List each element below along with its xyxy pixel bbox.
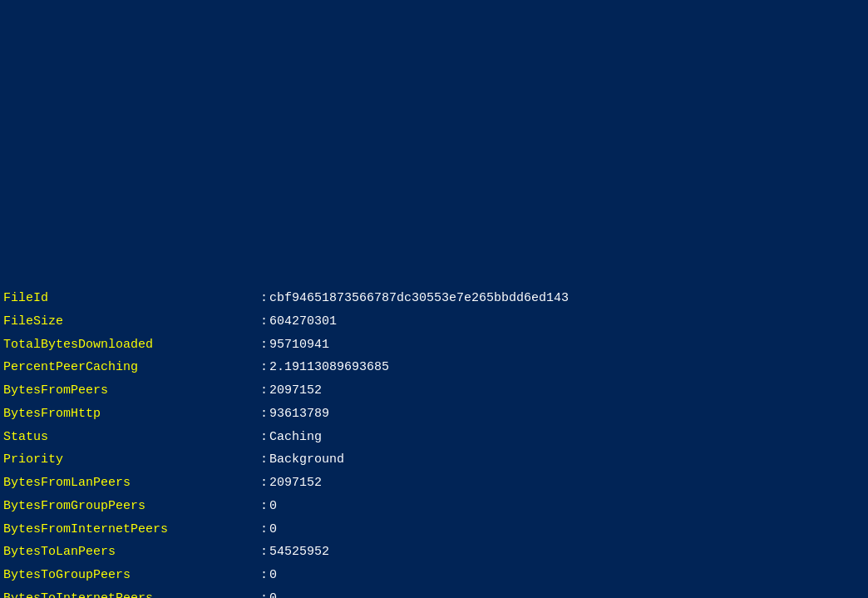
data-row: FileId : cbf94651873566787dc30553e7e265b… (3, 287, 868, 310)
row-value: 2097152 (269, 379, 322, 403)
row-sep: : (253, 495, 269, 518)
row-sep: : (253, 356, 269, 379)
data-row: BytesFromHttp : 93613789 (3, 403, 868, 426)
data-row: BytesToInternetPeers : 0 (3, 587, 868, 598)
row-key: Priority (3, 448, 253, 472)
row-key: FileSize (3, 310, 253, 334)
terminal-window: FileId : cbf94651873566787dc30553e7e265b… (3, 7, 868, 598)
row-value: Caching (269, 426, 322, 449)
row-key: BytesFromGroupPeers (3, 495, 253, 518)
row-key: BytesFromLanPeers (3, 472, 253, 495)
row-key: Status (3, 426, 253, 449)
data-row: TotalBytesDownloaded : 95710941 (3, 334, 868, 357)
data-row: PercentPeerCaching : 2.19113089693685 (3, 356, 868, 379)
data-row: FileSize : 604270301 (3, 310, 868, 334)
row-key: PercentPeerCaching (3, 356, 253, 379)
row-key: FileId (3, 287, 253, 310)
row-value: Background (269, 448, 344, 472)
row-sep: : (253, 564, 269, 587)
row-value: 95710941 (269, 334, 329, 357)
row-key: BytesToInternetPeers (3, 587, 253, 598)
row-sep: : (253, 448, 269, 472)
row-value: 2097152 (269, 472, 322, 495)
row-key: TotalBytesDownloaded (3, 334, 253, 357)
data-row: BytesFromPeers : 2097152 (3, 379, 868, 403)
row-sep: : (253, 403, 269, 426)
data-row: BytesFromInternetPeers : 0 (3, 518, 868, 541)
row-value: 0 (269, 518, 277, 541)
row-key: BytesToLanPeers (3, 541, 253, 564)
empty-line-1 (3, 218, 868, 241)
row-sep: : (253, 310, 269, 334)
row-key: BytesToGroupPeers (3, 564, 253, 587)
row-sep: : (253, 541, 269, 564)
data-row: Status : Caching (3, 426, 868, 449)
data-row: BytesFromLanPeers : 2097152 (3, 472, 868, 495)
row-key: BytesFromHttp (3, 403, 253, 426)
row-sep: : (253, 587, 269, 598)
data-rows: FileId : cbf94651873566787dc30553e7e265b… (3, 287, 868, 598)
row-value: 0 (269, 587, 277, 598)
row-value: 0 (269, 564, 277, 587)
row-key: BytesFromPeers (3, 379, 253, 403)
row-sep: : (253, 426, 269, 449)
row-sep: : (253, 287, 269, 310)
row-value: cbf94651873566787dc30553e7e265bbdd6ed143 (269, 287, 569, 310)
row-value: 604270301 (269, 310, 337, 334)
row-sep: : (253, 518, 269, 541)
row-sep: : (253, 472, 269, 495)
row-value: 0 (269, 495, 277, 518)
row-value: 93613789 (269, 403, 329, 426)
row-sep: : (253, 379, 269, 403)
data-row: BytesToLanPeers : 54525952 (3, 541, 868, 564)
row-key: BytesFromInternetPeers (3, 518, 253, 541)
row-sep: : (253, 334, 269, 357)
data-row: Priority : Background (3, 448, 868, 472)
data-row: BytesToGroupPeers : 0 (3, 564, 868, 587)
command-line (3, 53, 868, 169)
data-row: BytesFromGroupPeers : 0 (3, 495, 868, 518)
row-value: 54525952 (269, 541, 329, 564)
row-value: 2.19113089693685 (269, 356, 389, 379)
